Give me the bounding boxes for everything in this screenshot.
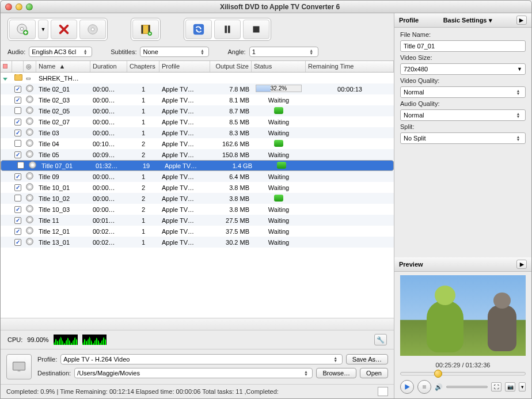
col-status[interactable]: Status <box>252 61 306 72</box>
row-checkbox[interactable] <box>14 97 21 104</box>
audioq-select[interactable]: Normal <box>400 109 526 121</box>
cpu-label: CPU: <box>7 336 22 343</box>
dvd-author-button[interactable] <box>79 20 106 39</box>
row-checkbox[interactable] <box>14 130 21 136</box>
collapse-icon[interactable] <box>3 78 7 81</box>
convert-button[interactable] <box>185 20 212 39</box>
filename-input[interactable]: Title 07_01 <box>400 40 526 52</box>
table-row[interactable]: Title 0300:00…1Apple TV…8.3 MBWaiting <box>1 127 394 138</box>
table-row[interactable]: Title 02_0100:00…1Apple TV…7.8 MB32.2%00… <box>1 83 394 94</box>
col-name[interactable]: Name ▲ <box>36 61 90 72</box>
col-duration[interactable]: Duration <box>90 61 127 72</box>
row-checkbox[interactable] <box>14 151 21 158</box>
root-row[interactable]: ▭ SHREK_TH… <box>1 73 394 83</box>
row-checkbox[interactable] <box>14 195 21 202</box>
profile-expand-button[interactable]: ▶ <box>516 16 527 25</box>
row-output: 27.5 MB <box>210 217 252 224</box>
add-clip-button[interactable] <box>132 20 159 39</box>
col-profile[interactable]: Profile <box>159 61 210 72</box>
row-output: 7.8 MB <box>210 86 252 93</box>
row-duration: 00:00… <box>90 119 127 126</box>
disc-icon <box>26 183 33 191</box>
row-chapters: 1 <box>127 86 159 93</box>
row-checkbox[interactable] <box>14 184 21 191</box>
row-status: Waiting <box>252 228 306 235</box>
angle-select[interactable]: 1 <box>249 47 318 57</box>
row-status: Waiting <box>252 97 306 104</box>
settings-button[interactable]: 🔧 <box>374 334 387 345</box>
profile-select[interactable]: Apple TV - H.264 Video <box>60 354 342 364</box>
table-row[interactable]: Title 0500:09…2Apple TV…150.8 MBWaiting <box>1 149 394 160</box>
stop-button[interactable] <box>243 20 269 39</box>
subtitles-select[interactable]: None <box>140 47 209 57</box>
dropdown-disc-button[interactable]: ▼ <box>38 20 48 39</box>
table-row[interactable]: Title 10_0300:00…2Apple TV…3.8 MBWaiting <box>1 204 394 215</box>
row-checkbox[interactable] <box>14 119 21 126</box>
remove-button[interactable] <box>51 20 77 39</box>
play-button[interactable] <box>400 380 414 394</box>
table-row[interactable]: Title 1100:01…1Apple TV…27.5 MBWaiting <box>1 215 394 226</box>
videosize-select[interactable]: 720x480▼ <box>400 63 526 75</box>
row-checkbox[interactable] <box>17 162 24 169</box>
preview-slider[interactable] <box>400 372 526 375</box>
row-chapters: 1 <box>127 97 159 104</box>
row-checkbox[interactable] <box>14 107 21 114</box>
preview-expand-button[interactable]: ▶ <box>516 260 527 269</box>
row-chapters: 1 <box>127 173 159 180</box>
snapshot-menu-button[interactable]: ▾ <box>519 382 526 392</box>
minimize-window-button[interactable] <box>16 3 22 10</box>
row-checkbox[interactable] <box>14 173 21 180</box>
dest-field[interactable]: /Users/Maggie/Movies <box>74 368 313 378</box>
basic-settings-dropdown[interactable]: Basic Settings ▾ <box>443 17 492 24</box>
row-duration: 00:00… <box>90 130 127 136</box>
hscroll-area[interactable] <box>1 318 394 330</box>
row-output: 8.3 MB <box>210 130 252 136</box>
volume-icon[interactable]: 🔊 <box>435 383 443 391</box>
pause-button[interactable] <box>214 20 241 39</box>
zoom-window-button[interactable] <box>26 3 33 10</box>
row-checkbox[interactable] <box>14 239 21 246</box>
volume-slider[interactable] <box>446 386 488 388</box>
slider-knob[interactable] <box>434 370 442 378</box>
table-row[interactable]: Title 12_0100:02…1Apple TV…37.5 MBWaitin… <box>1 226 394 237</box>
row-checkbox[interactable] <box>14 206 21 213</box>
col-chapters[interactable]: Chapters <box>127 61 159 72</box>
row-output: 3.8 MB <box>210 184 252 191</box>
col-remaining[interactable]: Remaining Time <box>306 61 394 72</box>
table-row[interactable]: Title 02_0700:00…1Apple TV…8.5 MBWaiting <box>1 116 394 127</box>
videosize-label: Video Size: <box>400 54 526 61</box>
table-row[interactable]: Title 10_0200:00…2Apple TV…3.8 MB <box>1 193 394 204</box>
table-row[interactable]: Title 10_0100:00…2Apple TV…3.8 MBWaiting <box>1 182 394 193</box>
videoq-select[interactable]: Normal <box>400 86 526 98</box>
stop-preview-button[interactable] <box>417 380 431 394</box>
row-checkbox[interactable] <box>14 86 21 93</box>
row-checkbox[interactable] <box>14 140 21 147</box>
table-row[interactable]: Title 13_0100:02…1Apple TV…30.2 MBWaitin… <box>1 237 394 248</box>
bottom-panel: Profile: Apple TV - H.264 Video Save As…… <box>1 349 394 385</box>
split-select[interactable]: No Split <box>400 132 526 144</box>
log-button[interactable] <box>378 387 388 396</box>
browse-button[interactable]: Browse… <box>316 368 356 378</box>
col-output[interactable]: Output Size <box>210 61 252 72</box>
row-profile: Apple TV… <box>159 228 210 235</box>
filename-label: File Name: <box>400 31 526 38</box>
snapshot-button[interactable]: 📷 <box>505 382 515 392</box>
audio-select[interactable]: English AC3 6cl <box>29 47 92 57</box>
table-row[interactable]: Title 07_0101:32…19Apple TV…1.4 GB <box>1 160 394 171</box>
add-disc-button[interactable] <box>9 20 36 39</box>
row-checkbox[interactable] <box>14 217 21 224</box>
save-as-button[interactable]: Save As… <box>346 354 388 364</box>
fullscreen-button[interactable]: ⛶ <box>491 382 501 392</box>
file-list[interactable]: ▭ SHREK_TH… Title 02_0100:00…1Apple TV…7… <box>1 73 394 318</box>
row-status <box>254 162 309 170</box>
open-button[interactable]: Open <box>360 368 388 378</box>
close-window-button[interactable] <box>5 3 12 10</box>
table-row[interactable]: Title 02_0300:00…1Apple TV…8.1 MBWaiting <box>1 94 394 105</box>
row-checkbox[interactable] <box>14 228 21 235</box>
row-chapters: 19 <box>130 162 162 169</box>
table-row[interactable]: Title 0900:00…1Apple TV…6.4 MBWaiting <box>1 171 394 182</box>
table-row[interactable]: Title 0400:10…2Apple TV…162.6 MB <box>1 138 394 149</box>
videoq-label: Video Quality: <box>400 77 526 84</box>
table-row[interactable]: Title 02_0500:00…1Apple TV…8.7 MB <box>1 105 394 116</box>
status-text: Completed: 0.9% | Time Remaining: 00:12:… <box>6 388 279 395</box>
